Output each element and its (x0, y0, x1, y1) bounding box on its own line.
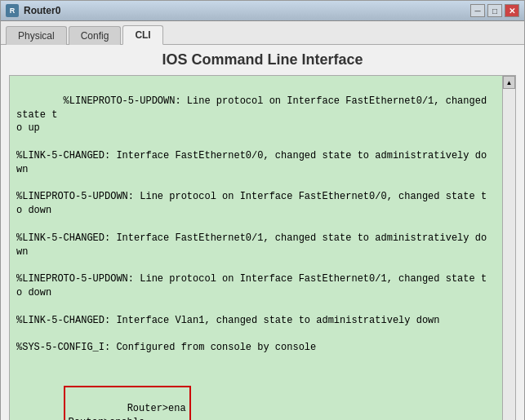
tab-config[interactable]: Config (69, 26, 122, 45)
minimize-button[interactable]: ─ (470, 4, 485, 17)
terminal-wrapper: %LINEPROTO-5-UPDOWN: Line protocol on In… (9, 75, 516, 420)
terminal-content-top: %LINEPROTO-5-UPDOWN: Line protocol on In… (16, 95, 492, 353)
window-controls: ─ □ ✕ (470, 4, 519, 17)
scrollbar: ▲ ▼ (502, 76, 515, 420)
terminal-commands: Router>ena Router>enable Password: Route… (69, 403, 186, 420)
tab-bar: Physical Config CLI (1, 21, 524, 45)
terminal-output[interactable]: %LINEPROTO-5-UPDOWN: Line protocol on In… (10, 76, 502, 420)
close-button[interactable]: ✕ (505, 4, 519, 17)
content-area: IOS Command Line Interface %LINEPROTO-5-… (1, 45, 524, 420)
window-icon-letter: R (10, 7, 16, 15)
scroll-track[interactable] (503, 89, 515, 420)
window-title: Router0 (24, 5, 60, 16)
tab-physical[interactable]: Physical (6, 26, 67, 45)
tab-cli[interactable]: CLI (122, 25, 162, 45)
terminal-highlighted-block: Router>ena Router>enable Password: Route… (64, 386, 191, 420)
scroll-up-arrow[interactable]: ▲ (503, 76, 515, 89)
section-title: IOS Command Line Interface (9, 51, 516, 69)
maximize-button[interactable]: □ (487, 4, 502, 17)
title-bar: R Router0 ─ □ ✕ (1, 1, 524, 21)
title-bar-left: R Router0 (6, 4, 60, 17)
main-window: R Router0 ─ □ ✕ Physical Config CLI IOS … (0, 0, 525, 420)
window-icon: R (6, 4, 19, 17)
